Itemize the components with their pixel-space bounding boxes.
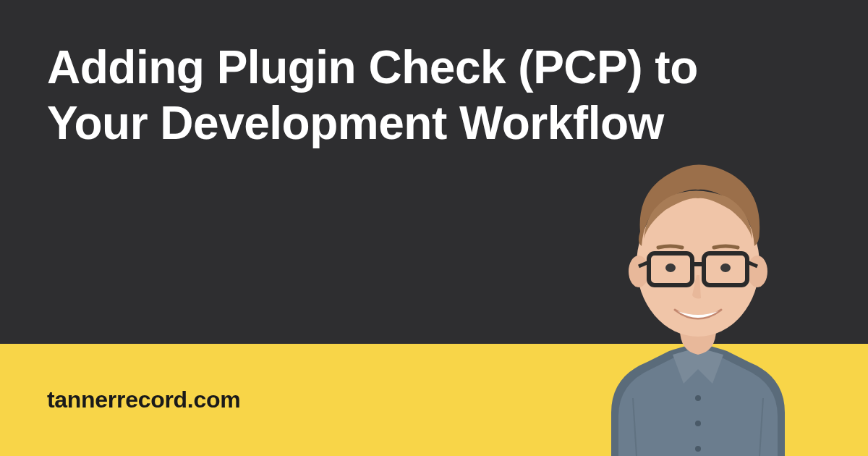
svg-point-1	[629, 256, 649, 287]
svg-point-9	[720, 263, 731, 272]
svg-point-11	[695, 421, 701, 426]
svg-point-2	[747, 256, 767, 287]
svg-point-8	[665, 263, 676, 272]
author-avatar	[568, 138, 828, 456]
svg-point-10	[695, 395, 701, 401]
page-title: Adding Plugin Check (PCP) to Your Develo…	[47, 40, 698, 151]
site-url: tannerrecord.com	[47, 387, 240, 413]
svg-point-12	[695, 446, 701, 452]
social-card: Adding Plugin Check (PCP) to Your Develo…	[0, 0, 868, 456]
